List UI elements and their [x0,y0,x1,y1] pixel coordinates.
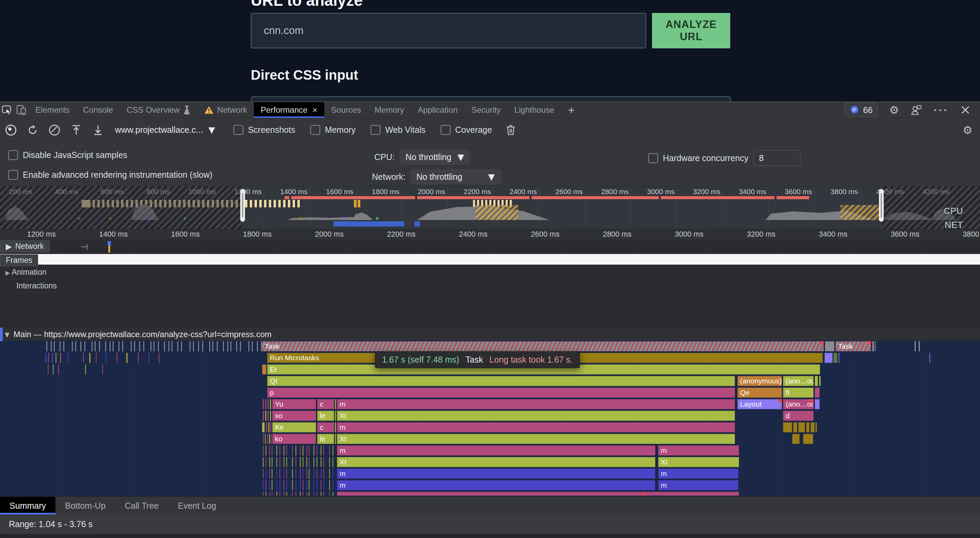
flame-bar[interactable] [279,445,280,456]
details-tab-summary[interactable]: Summary [0,497,56,514]
animation-track-label[interactable]: ▶ Animation [5,268,46,277]
flame-bar-le[interactable]: le [317,434,334,444]
flame-bar[interactable] [283,445,285,456]
flame-bar[interactable] [130,341,132,351]
flame-bar[interactable] [317,445,318,456]
url-input[interactable]: cnn.com [251,13,646,48]
flame-bar[interactable] [335,399,336,409]
right-window-handle[interactable] [879,189,884,222]
close-tab-icon[interactable]: × [312,105,318,115]
flame-bar[interactable] [321,469,321,479]
flame-bar[interactable] [267,434,268,444]
analyze-url-button[interactable]: ANALYZE URL [652,13,730,48]
flame-bar[interactable] [105,341,106,351]
flame-bar[interactable] [148,353,150,363]
flame-bar[interactable] [806,422,810,433]
flame-bar[interactable] [270,422,272,433]
flame-bar[interactable] [150,341,151,351]
flame-bar[interactable] [309,480,310,490]
flame-bar[interactable] [283,457,285,467]
flame-bar[interactable] [306,492,307,496]
flame-bar[interactable] [329,469,330,479]
devtools-tab-elements[interactable]: Elements [29,102,76,118]
flame-bar[interactable] [48,353,49,363]
flame-bar[interactable] [335,434,336,444]
flame-bar[interactable] [332,445,334,456]
flame-bar-p[interactable]: p [267,388,735,398]
flame-bar[interactable] [198,341,199,351]
clear-recording-button[interactable] [43,125,65,136]
flame-bar[interactable] [67,353,68,363]
flame-bar[interactable] [302,492,304,496]
flame-bar[interactable] [332,457,334,467]
flame-bar[interactable] [332,480,334,490]
checkbox[interactable] [8,150,18,160]
devtools-tab-application[interactable]: Application [411,102,464,118]
flame-bar[interactable] [262,364,266,375]
flame-bar[interactable] [302,480,304,490]
flame-bar[interactable] [266,492,266,496]
flame-bar[interactable] [60,341,60,351]
flame-bar[interactable] [212,341,213,351]
flame-bar[interactable] [323,492,324,496]
flame-bar[interactable] [295,492,296,496]
flame-bar-m[interactable]: m [658,445,739,456]
flame-bar[interactable] [300,469,301,479]
devtools-tab-security[interactable]: Security [465,102,508,118]
devtools-tab-console[interactable]: Console [76,102,120,118]
flame-bar-layout[interactable]: Layout [737,399,782,409]
flame-bar[interactable] [240,341,241,351]
flame-bar[interactable] [292,469,293,479]
flame-bar-qe[interactable]: Qe [737,388,782,398]
flame-bar-anonymous[interactable]: (anonymous) [737,376,782,386]
checkbox[interactable] [310,125,320,135]
flame-bar[interactable] [209,341,210,351]
issues-counter[interactable]: 66 [845,103,878,117]
flame-bar[interactable] [783,422,792,433]
flame-bar[interactable] [819,376,821,386]
flame-bar[interactable] [309,492,310,496]
flame-bar[interactable] [263,445,264,456]
flame-bar[interactable] [276,445,277,456]
flame-bar[interactable] [272,480,272,490]
flame-bar[interactable] [272,469,272,479]
flame-bar[interactable] [317,469,318,479]
flame-bar[interactable] [833,353,837,363]
flame-bar[interactable] [295,480,296,490]
devtools-tab-sources[interactable]: Sources [324,102,368,118]
flame-bar[interactable] [267,399,269,409]
flame-bar[interactable] [295,445,296,456]
network-throttling-select[interactable]: No throttling ▼ [410,169,501,185]
flame-bar-le[interactable]: le [317,411,334,421]
flame-bar[interactable] [292,492,293,496]
flame-bar[interactable] [300,492,301,496]
flame-bar[interactable] [269,445,270,456]
network-request-mark[interactable] [108,241,110,253]
settings-gear-icon[interactable]: ⚙ [889,105,899,115]
flame-bar[interactable] [153,341,154,351]
flame-bar-m[interactable]: m [337,422,735,433]
flame-bar[interactable] [302,457,304,467]
flame-bar-xt[interactable]: Xt [337,457,655,467]
flame-bar[interactable] [329,480,330,490]
flame-bar[interactable] [276,492,277,496]
flame-bar[interactable] [268,422,269,433]
flame-bar[interactable] [329,457,330,467]
flame-bar-task[interactable]: Task [835,341,871,351]
flame-bar[interactable] [309,445,310,456]
flame-bar[interactable] [313,445,314,456]
flame-bar[interactable] [223,341,224,351]
flame-bar[interactable] [85,364,86,375]
flame-bar[interactable] [929,353,930,363]
flame-bar[interactable] [815,399,820,409]
flame-bar[interactable] [45,353,47,363]
flame-bar-c[interactable]: c [317,399,334,409]
flame-bar[interactable] [270,411,271,421]
flame-bar[interactable] [139,341,140,351]
toolbar-checkbox-screenshots[interactable]: Screenshots [234,125,295,135]
flame-bar[interactable] [95,353,97,363]
delete-recording-icon[interactable] [506,124,516,136]
flame-bar-ano-ous[interactable]: (ano…ous) [783,399,814,409]
flame-bar[interactable] [337,492,739,496]
flame-bar-ft[interactable]: ft [783,388,814,398]
